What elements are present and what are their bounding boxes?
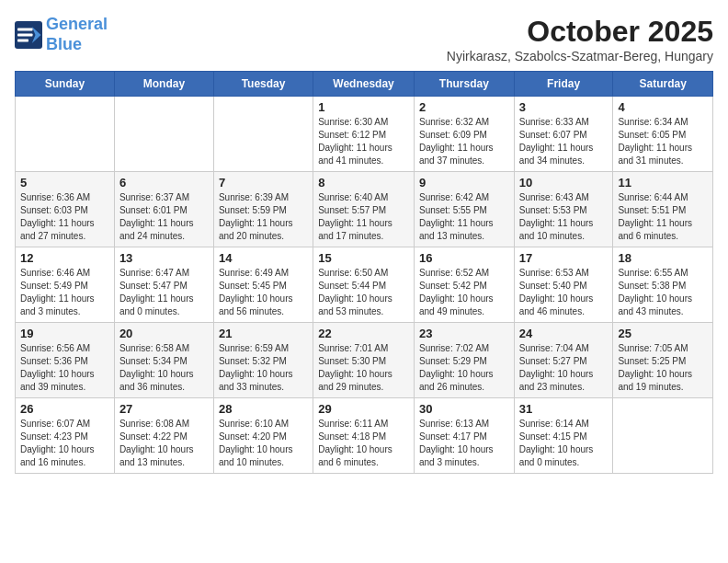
day-number: 27: [119, 402, 209, 416]
logo-text: General Blue: [46, 15, 108, 54]
day-number: 11: [618, 176, 708, 190]
day-info: Sunrise: 7:01 AMSunset: 5:30 PMDaylight:…: [318, 342, 409, 394]
day-info: Sunrise: 6:52 AMSunset: 5:42 PMDaylight:…: [419, 267, 509, 318]
svg-rect-2: [17, 28, 33, 30]
day-info: Sunrise: 6:14 AMSunset: 4:15 PMDaylight:…: [519, 418, 609, 469]
calendar-week-row: 1Sunrise: 6:30 AMSunset: 6:12 PMDaylight…: [16, 97, 713, 172]
day-info: Sunrise: 6:49 AMSunset: 5:45 PMDaylight:…: [219, 267, 308, 318]
calendar-week-row: 5Sunrise: 6:36 AMSunset: 6:03 PMDaylight…: [16, 172, 713, 247]
calendar-body: 1Sunrise: 6:30 AMSunset: 6:12 PMDaylight…: [16, 97, 713, 474]
day-number: 18: [618, 251, 708, 265]
calendar-cell: 20Sunrise: 6:58 AMSunset: 5:34 PMDayligh…: [114, 323, 213, 398]
calendar-cell: 12Sunrise: 6:46 AMSunset: 5:49 PMDayligh…: [16, 247, 115, 323]
day-number: 5: [20, 176, 109, 190]
calendar-week-row: 26Sunrise: 6:07 AMSunset: 4:23 PMDayligh…: [16, 398, 713, 474]
location: Nyirkarasz, Szabolcs-Szatmar-Bereg, Hung…: [447, 49, 713, 63]
calendar-cell: 30Sunrise: 6:13 AMSunset: 4:17 PMDayligh…: [414, 398, 514, 474]
day-number: 21: [219, 327, 308, 340]
day-number: 29: [318, 402, 409, 416]
calendar-cell: 8Sunrise: 6:40 AMSunset: 5:57 PMDaylight…: [313, 172, 415, 247]
day-number: 17: [519, 251, 609, 265]
calendar-cell: 21Sunrise: 6:59 AMSunset: 5:32 PMDayligh…: [213, 323, 313, 398]
day-info: Sunrise: 6:37 AMSunset: 6:01 PMDaylight:…: [119, 191, 209, 243]
weekday-header: Friday: [514, 72, 613, 97]
calendar-cell: 4Sunrise: 6:34 AMSunset: 6:05 PMDaylight…: [613, 97, 713, 172]
calendar-week-row: 12Sunrise: 6:46 AMSunset: 5:49 PMDayligh…: [16, 247, 713, 323]
day-info: Sunrise: 6:07 AMSunset: 4:23 PMDaylight:…: [20, 418, 109, 469]
day-number: 22: [318, 327, 409, 340]
day-number: 4: [618, 100, 708, 114]
day-info: Sunrise: 6:59 AMSunset: 5:32 PMDaylight:…: [219, 342, 308, 394]
day-number: 12: [20, 251, 109, 265]
day-number: 9: [419, 176, 509, 190]
day-info: Sunrise: 6:10 AMSunset: 4:20 PMDaylight:…: [219, 418, 308, 469]
day-info: Sunrise: 7:04 AMSunset: 5:27 PMDaylight:…: [519, 342, 609, 394]
day-info: Sunrise: 6:42 AMSunset: 5:55 PMDaylight:…: [419, 191, 509, 243]
calendar-cell: 29Sunrise: 6:11 AMSunset: 4:18 PMDayligh…: [313, 398, 415, 474]
calendar-cell: [114, 97, 213, 172]
calendar-cell: 11Sunrise: 6:44 AMSunset: 5:51 PMDayligh…: [613, 172, 713, 247]
calendar-cell: 18Sunrise: 6:55 AMSunset: 5:38 PMDayligh…: [613, 247, 713, 323]
day-info: Sunrise: 6:50 AMSunset: 5:44 PMDaylight:…: [318, 267, 409, 318]
day-number: 2: [419, 100, 509, 114]
month-title: October 2025: [447, 15, 713, 49]
day-info: Sunrise: 7:02 AMSunset: 5:29 PMDaylight:…: [419, 342, 509, 394]
day-number: 16: [419, 251, 509, 265]
day-info: Sunrise: 6:46 AMSunset: 5:49 PMDaylight:…: [20, 267, 109, 318]
calendar-cell: 1Sunrise: 6:30 AMSunset: 6:12 PMDaylight…: [313, 97, 415, 172]
day-number: 14: [219, 251, 308, 265]
calendar-cell: [16, 97, 115, 172]
day-info: Sunrise: 6:08 AMSunset: 4:22 PMDaylight:…: [119, 418, 209, 469]
svg-rect-4: [17, 39, 28, 41]
day-info: Sunrise: 6:56 AMSunset: 5:36 PMDaylight:…: [20, 342, 109, 394]
calendar-cell: 3Sunrise: 6:33 AMSunset: 6:07 PMDaylight…: [514, 97, 613, 172]
day-number: 26: [20, 402, 109, 416]
day-info: Sunrise: 6:32 AMSunset: 6:09 PMDaylight:…: [419, 116, 509, 167]
calendar-cell: 2Sunrise: 6:32 AMSunset: 6:09 PMDaylight…: [414, 97, 514, 172]
day-number: 13: [119, 251, 209, 265]
calendar-cell: 7Sunrise: 6:39 AMSunset: 5:59 PMDaylight…: [213, 172, 313, 247]
day-info: Sunrise: 6:55 AMSunset: 5:38 PMDaylight:…: [618, 267, 708, 318]
svg-rect-3: [17, 33, 33, 36]
calendar-cell: 23Sunrise: 7:02 AMSunset: 5:29 PMDayligh…: [414, 323, 514, 398]
calendar-cell: 17Sunrise: 6:53 AMSunset: 5:40 PMDayligh…: [514, 247, 613, 323]
day-number: 20: [119, 327, 209, 340]
calendar-cell: [613, 398, 713, 474]
day-number: 25: [618, 327, 708, 340]
logo: General Blue: [15, 15, 108, 54]
calendar-cell: 5Sunrise: 6:36 AMSunset: 6:03 PMDaylight…: [16, 172, 115, 247]
weekday-header: Saturday: [613, 72, 713, 97]
day-info: Sunrise: 6:40 AMSunset: 5:57 PMDaylight:…: [318, 191, 409, 243]
weekday-header: Monday: [114, 72, 213, 97]
day-info: Sunrise: 6:53 AMSunset: 5:40 PMDaylight:…: [519, 267, 609, 318]
title-block: October 2025 Nyirkarasz, Szabolcs-Szatma…: [447, 15, 713, 63]
page-header: General Blue October 2025 Nyirkarasz, Sz…: [15, 15, 713, 63]
day-number: 30: [419, 402, 509, 416]
calendar-cell: 22Sunrise: 7:01 AMSunset: 5:30 PMDayligh…: [313, 323, 415, 398]
day-info: Sunrise: 6:34 AMSunset: 6:05 PMDaylight:…: [618, 116, 708, 167]
day-info: Sunrise: 6:36 AMSunset: 6:03 PMDaylight:…: [20, 191, 109, 243]
day-number: 28: [219, 402, 308, 416]
calendar-cell: [213, 97, 313, 172]
day-number: 8: [318, 176, 409, 190]
calendar-cell: 25Sunrise: 7:05 AMSunset: 5:25 PMDayligh…: [613, 323, 713, 398]
weekday-header: Thursday: [414, 72, 514, 97]
day-number: 19: [20, 327, 109, 340]
calendar-cell: 27Sunrise: 6:08 AMSunset: 4:22 PMDayligh…: [114, 398, 213, 474]
day-number: 31: [519, 402, 609, 416]
calendar-cell: 26Sunrise: 6:07 AMSunset: 4:23 PMDayligh…: [16, 398, 115, 474]
weekday-header: Wednesday: [313, 72, 415, 97]
calendar-cell: 31Sunrise: 6:14 AMSunset: 4:15 PMDayligh…: [514, 398, 613, 474]
day-info: Sunrise: 6:47 AMSunset: 5:47 PMDaylight:…: [119, 267, 209, 318]
calendar-cell: 28Sunrise: 6:10 AMSunset: 4:20 PMDayligh…: [213, 398, 313, 474]
calendar-header-row: SundayMondayTuesdayWednesdayThursdayFrid…: [16, 72, 713, 97]
weekday-header: Tuesday: [213, 72, 313, 97]
day-info: Sunrise: 6:30 AMSunset: 6:12 PMDaylight:…: [318, 116, 409, 167]
calendar-table: SundayMondayTuesdayWednesdayThursdayFrid…: [15, 71, 713, 474]
day-info: Sunrise: 7:05 AMSunset: 5:25 PMDaylight:…: [618, 342, 708, 394]
day-number: 1: [318, 100, 409, 114]
calendar-cell: 9Sunrise: 6:42 AMSunset: 5:55 PMDaylight…: [414, 172, 514, 247]
calendar-cell: 19Sunrise: 6:56 AMSunset: 5:36 PMDayligh…: [16, 323, 115, 398]
day-info: Sunrise: 6:11 AMSunset: 4:18 PMDaylight:…: [318, 418, 409, 469]
calendar-cell: 15Sunrise: 6:50 AMSunset: 5:44 PMDayligh…: [313, 247, 415, 323]
